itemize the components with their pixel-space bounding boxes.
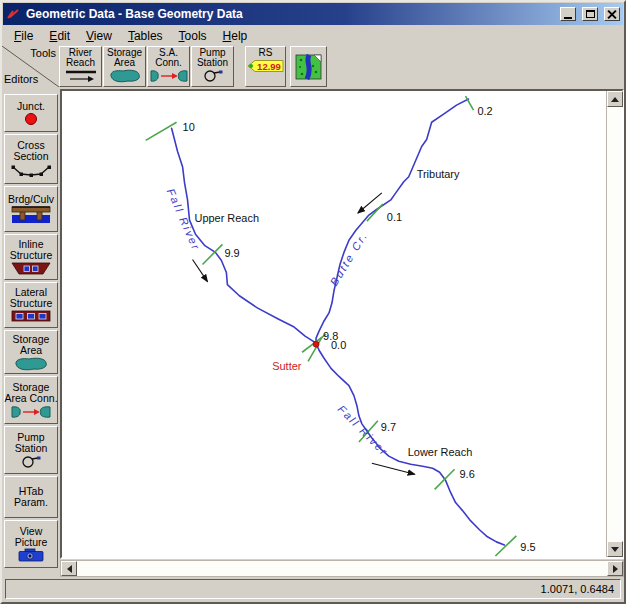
- toolbar: Tools Editors River Reach Storage Area S…: [2, 46, 624, 89]
- sidebar-button-htab-param[interactable]: HTab Param.: [4, 476, 58, 518]
- river-schematic: 10 9.9 0.2 0.1 9.8 0.0 9.7 9.6 9.5 Upper…: [62, 91, 606, 557]
- river-reach-icon: [63, 68, 99, 84]
- tools-corner-label: Tools: [30, 47, 56, 59]
- xs-tick-0.2[interactable]: [466, 96, 474, 110]
- sidebar-button-junction[interactable]: Junct.: [4, 94, 58, 132]
- sidebar-button-pump-station[interactable]: Pump Station: [4, 426, 58, 474]
- htab-param-button-label: HTab Param.: [4, 486, 58, 508]
- scroll-left-button[interactable]: [61, 561, 77, 576]
- horizontal-scrollbar[interactable]: [60, 560, 624, 577]
- rs-value: 12.99: [257, 61, 281, 72]
- pump-station-tool-button[interactable]: Pump Station: [191, 46, 234, 87]
- sidebar-button-storage-area[interactable]: Storage Area: [4, 330, 58, 374]
- view-picture-button-label: View Picture: [4, 526, 58, 548]
- station-label-0.2: 0.2: [477, 105, 492, 117]
- menu-view[interactable]: View: [78, 27, 120, 45]
- cross-section-button-label: Cross Section: [4, 140, 58, 162]
- maximize-button[interactable]: [582, 7, 598, 21]
- scroll-up-button[interactable]: [607, 91, 623, 107]
- station-label-10: 10: [183, 121, 195, 133]
- tools-editors-corner: Tools Editors: [2, 46, 59, 87]
- minimize-button[interactable]: [560, 7, 576, 21]
- xs-tick-9.9[interactable]: [202, 244, 222, 264]
- storage-area-tool-label: Storage Area: [104, 48, 145, 68]
- scroll-right-button[interactable]: [607, 561, 623, 576]
- bridge-culvert-button-label: Brdg/Culv: [4, 194, 58, 205]
- main-area: Junct. Cross Section Brdg/Culv: [2, 89, 624, 559]
- scroll-down-button[interactable]: [607, 541, 623, 557]
- lateral-structure-icon: [10, 309, 52, 323]
- junction-dot-sutter[interactable]: [313, 341, 319, 347]
- upper-reach-label: Upper Reach: [195, 212, 260, 224]
- horizontal-scroll-track[interactable]: [77, 561, 607, 576]
- station-label-9.7: 9.7: [381, 421, 396, 433]
- bridge-culvert-icon: [10, 205, 52, 224]
- pump-station-icon: [201, 68, 225, 83]
- junction-button-label: Junct.: [4, 101, 58, 112]
- vertical-scrollbar[interactable]: [606, 91, 622, 557]
- scrollbar-spacer: [2, 560, 60, 577]
- storage-area-conn-icon: [10, 404, 52, 419]
- xs-tick-9.6[interactable]: [435, 469, 455, 489]
- horizontal-scrollbar-row: [2, 560, 624, 577]
- sidebar-button-storage-area-conn[interactable]: Storage Area Conn.: [4, 376, 58, 424]
- storage-area-button-label: Storage Area: [4, 334, 58, 356]
- station-label-0.0: 0.0: [331, 339, 346, 351]
- station-label-9.6: 9.6: [460, 468, 475, 480]
- sa-connection-tool-button[interactable]: S.A. Conn.: [147, 46, 190, 87]
- view-picture-tool-button[interactable]: [290, 46, 327, 87]
- status-bar: 1.0071, 0.6484: [5, 579, 621, 599]
- inline-structure-icon: [10, 261, 52, 276]
- title-bar: Geometric Data - Base Geometry Data: [3, 3, 623, 25]
- river-picture-icon: [295, 54, 322, 80]
- sa-connection-icon: [150, 68, 188, 83]
- station-label-0.1: 0.1: [387, 211, 402, 223]
- down-arrow-icon: [611, 547, 619, 552]
- river-reach-tool-label: River Reach: [60, 48, 101, 68]
- cross-section-icon: [10, 162, 52, 179]
- xs-tick-9.5[interactable]: [495, 536, 516, 556]
- junction-icon: [23, 112, 39, 126]
- geometric-data-window: Geometric Data - Base Geometry Data File…: [0, 0, 626, 604]
- menu-tables[interactable]: Tables: [120, 27, 171, 45]
- sidebar-button-lateral-structure[interactable]: Lateral Structure: [4, 282, 58, 328]
- sidebar-button-cross-section[interactable]: Cross Section: [4, 134, 58, 184]
- rs-tag-icon: 12.99: [247, 58, 285, 74]
- canvas-frame: 10 9.9 0.2 0.1 9.8 0.0 9.7 9.6 9.5 Upper…: [60, 89, 624, 559]
- vertical-scroll-track[interactable]: [607, 107, 622, 541]
- fall-river-lower-reach-line[interactable]: [316, 343, 504, 545]
- xs-tick-0.1[interactable]: [367, 204, 383, 221]
- left-arrow-icon: [67, 565, 72, 573]
- editor-sidebar: Junct. Cross Section Brdg/Culv: [2, 89, 60, 559]
- junction-label-sutter: Sutter: [272, 360, 302, 372]
- menu-tools[interactable]: Tools: [171, 27, 215, 45]
- rs-label: RS: [245, 48, 286, 58]
- up-arrow-icon: [611, 97, 619, 102]
- tributary-label: Tributary: [417, 168, 460, 180]
- maximize-icon: [586, 10, 595, 18]
- menu-help[interactable]: Help: [215, 27, 256, 45]
- storage-area-tool-button[interactable]: Storage Area: [103, 46, 146, 87]
- editors-corner-label: Editors: [4, 73, 38, 85]
- sidebar-button-inline-structure[interactable]: Inline Structure: [4, 234, 58, 280]
- station-label-9.9: 9.9: [224, 247, 239, 259]
- close-button[interactable]: [604, 7, 620, 21]
- lower-reach-flow-arrow: [372, 463, 415, 474]
- storage-area-icon: [107, 68, 143, 83]
- schematic-canvas[interactable]: 10 9.9 0.2 0.1 9.8 0.0 9.7 9.6 9.5 Upper…: [62, 91, 606, 557]
- xs-tick-0.0[interactable]: [308, 337, 322, 361]
- station-label-9.5: 9.5: [520, 541, 535, 553]
- menu-file[interactable]: File: [6, 27, 41, 45]
- river-reach-tool-button[interactable]: River Reach: [59, 46, 102, 87]
- storage-area-conn-button-label: Storage Area Conn.: [4, 382, 58, 404]
- lower-reach-label: Lower Reach: [408, 446, 473, 458]
- window-title: Geometric Data - Base Geometry Data: [26, 7, 556, 21]
- sidebar-button-bridge-culvert[interactable]: Brdg/Culv: [4, 186, 58, 232]
- cursor-coordinates: 1.0071, 0.6484: [541, 583, 614, 595]
- menu-edit[interactable]: Edit: [41, 27, 78, 45]
- rs-locator-button[interactable]: RS 12.99: [245, 46, 286, 87]
- menu-bar: File Edit View Tables Tools Help: [2, 26, 624, 46]
- pump-station-button-label: Pump Station: [4, 432, 58, 454]
- sa-connection-tool-label: S.A. Conn.: [148, 48, 189, 68]
- right-arrow-icon: [613, 565, 618, 573]
